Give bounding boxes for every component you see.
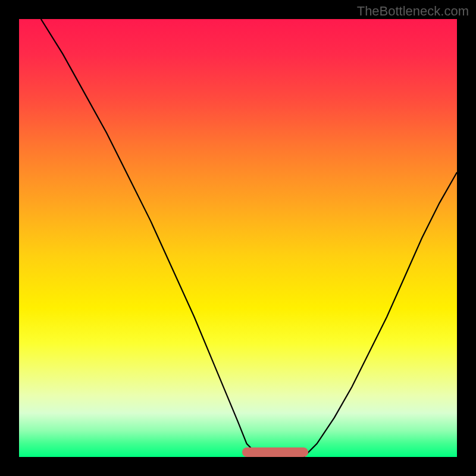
watermark-text: TheBottleneck.com: [357, 4, 469, 19]
chart-curves-svg: [19, 19, 457, 457]
left-curve-line: [41, 19, 260, 457]
chart-plot-area: [19, 19, 457, 457]
right-curve-line: [303, 173, 457, 457]
dip-marker: [242, 447, 308, 457]
